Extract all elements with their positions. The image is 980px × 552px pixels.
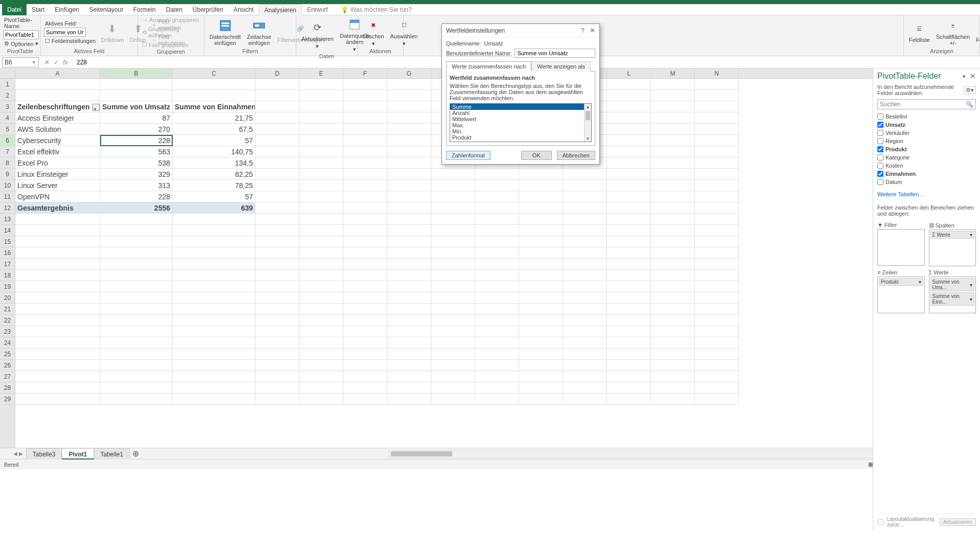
cell-F4[interactable] — [343, 112, 387, 124]
cell-N5[interactable] — [695, 124, 739, 135]
cell-N25[interactable] — [695, 349, 739, 360]
row-header-27[interactable]: 27 — [0, 371, 15, 382]
cell-L23[interactable] — [607, 326, 651, 337]
cell-F18[interactable] — [343, 270, 387, 281]
cell-G24[interactable] — [387, 337, 431, 349]
cell-G25[interactable] — [387, 349, 431, 360]
cell-D22[interactable] — [255, 315, 299, 326]
pane-menu-icon[interactable]: ▾ — [963, 73, 966, 80]
cell-J16[interactable] — [519, 247, 563, 259]
calculation-listbox[interactable]: Summe Anzahl Mittelwert Max. Min. Produk… — [450, 103, 592, 142]
cell-A23[interactable] — [15, 326, 100, 337]
cell-F3[interactable] — [343, 101, 387, 112]
cell-D16[interactable] — [255, 247, 299, 259]
cell-M21[interactable] — [651, 304, 695, 315]
cell-A22[interactable] — [15, 315, 100, 326]
cell-A4[interactable]: Access Einsteiger — [15, 112, 100, 124]
cell-B8[interactable]: 538 — [100, 157, 173, 169]
cell-I14[interactable] — [475, 225, 519, 236]
cell-M19[interactable] — [651, 281, 695, 292]
cell-M17[interactable] — [651, 259, 695, 270]
cell-J24[interactable] — [519, 337, 563, 349]
cell-E21[interactable] — [299, 304, 343, 315]
cell-C29[interactable] — [173, 394, 255, 405]
field-produkt[interactable]: Produkt — [877, 145, 976, 153]
cell-L10[interactable] — [607, 180, 651, 191]
cell-D18[interactable] — [255, 270, 299, 281]
cell-B13[interactable] — [100, 214, 173, 225]
customname-input[interactable] — [515, 49, 595, 58]
cell-M6[interactable] — [651, 135, 695, 146]
sheet-tab-tabelle1[interactable]: Tabelle1 — [94, 448, 130, 459]
cell-E4[interactable] — [299, 112, 343, 124]
cell-L27[interactable] — [607, 371, 651, 382]
cell-N23[interactable] — [695, 326, 739, 337]
cell-I16[interactable] — [475, 247, 519, 259]
cell-C11[interactable]: 57 — [173, 191, 255, 202]
cell-G15[interactable] — [387, 236, 431, 247]
cell-M4[interactable] — [651, 112, 695, 124]
cell-M29[interactable] — [651, 394, 695, 405]
cell-B24[interactable] — [100, 337, 173, 349]
cell-F19[interactable] — [343, 281, 387, 292]
cell-B10[interactable]: 313 — [100, 180, 173, 191]
cell-L28[interactable] — [607, 382, 651, 394]
cell-C6[interactable]: 57 — [173, 135, 255, 146]
cell-B4[interactable]: 87 — [100, 112, 173, 124]
cell-F6[interactable] — [343, 135, 387, 146]
cell-K23[interactable] — [563, 326, 607, 337]
cell-B5[interactable]: 270 — [100, 124, 173, 135]
cell-C22[interactable] — [173, 315, 255, 326]
cell-B14[interactable] — [100, 225, 173, 236]
cell-N29[interactable] — [695, 394, 739, 405]
cell-K24[interactable] — [563, 337, 607, 349]
option-count[interactable]: Anzahl — [450, 110, 591, 116]
cell-B29[interactable] — [100, 394, 173, 405]
cell-A5[interactable]: AWS Solution — [15, 124, 100, 135]
cell-H29[interactable] — [431, 394, 475, 405]
cell-D24[interactable] — [255, 337, 299, 349]
option-sum[interactable]: Summe — [450, 104, 591, 110]
cell-E28[interactable] — [299, 382, 343, 394]
cell-L17[interactable] — [607, 259, 651, 270]
cell-D26[interactable] — [255, 360, 299, 371]
cell-G12[interactable] — [387, 202, 431, 214]
cell-E9[interactable] — [299, 169, 343, 180]
cell-H14[interactable] — [431, 225, 475, 236]
cell-D23[interactable] — [255, 326, 299, 337]
cell-J29[interactable] — [519, 394, 563, 405]
cell-D15[interactable] — [255, 236, 299, 247]
tab-analyze[interactable]: Analysieren — [259, 4, 302, 15]
sheet-tab-pivot1[interactable]: Pivot1 — [62, 448, 94, 459]
cell-A14[interactable] — [15, 225, 100, 236]
cell-H16[interactable] — [431, 247, 475, 259]
column-header-C[interactable]: C — [173, 68, 255, 78]
cell-B9[interactable]: 329 — [100, 169, 173, 180]
cell-E15[interactable] — [299, 236, 343, 247]
cell-M12[interactable] — [651, 202, 695, 214]
cell-K17[interactable] — [563, 259, 607, 270]
cell-G26[interactable] — [387, 360, 431, 371]
cell-E7[interactable] — [299, 146, 343, 157]
cell-G13[interactable] — [387, 214, 431, 225]
cell-H20[interactable] — [431, 292, 475, 304]
cell-G17[interactable] — [387, 259, 431, 270]
cell-F7[interactable] — [343, 146, 387, 157]
cell-I18[interactable] — [475, 270, 519, 281]
cell-F17[interactable] — [343, 259, 387, 270]
cell-E1[interactable] — [299, 79, 343, 90]
values-pill-umsatz[interactable]: Summe von Ums...▾ — [930, 278, 975, 291]
cell-C17[interactable] — [173, 259, 255, 270]
cell-D21[interactable] — [255, 304, 299, 315]
cell-H12[interactable] — [431, 202, 475, 214]
cell-C3[interactable]: Summe von Einnahmen — [173, 101, 255, 112]
cell-E22[interactable] — [299, 315, 343, 326]
option-min[interactable]: Min. — [450, 128, 591, 134]
cell-C24[interactable] — [173, 337, 255, 349]
cell-I12[interactable] — [475, 202, 519, 214]
tell-me-search[interactable]: 💡 Was möchten Sie tun? — [341, 6, 412, 13]
cell-K22[interactable] — [563, 315, 607, 326]
cell-K28[interactable] — [563, 382, 607, 394]
insert-slicer-button[interactable]: Datenschnitt einfügen — [207, 17, 243, 47]
column-header-F[interactable]: F — [343, 68, 387, 78]
